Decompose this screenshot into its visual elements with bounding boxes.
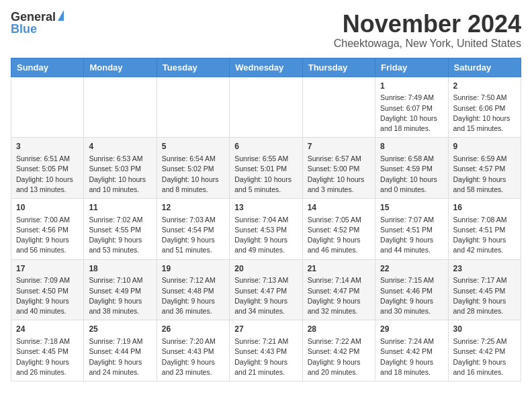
calendar-cell: 20Sunrise: 7:13 AM Sunset: 4:47 PM Dayli… [230, 259, 302, 320]
calendar-cell: 11Sunrise: 7:02 AM Sunset: 4:55 PM Dayli… [84, 198, 157, 259]
day-info: Sunrise: 6:51 AM Sunset: 5:05 PM Dayligh… [16, 154, 79, 195]
day-number: 1 [380, 81, 443, 92]
calendar-cell: 26Sunrise: 7:20 AM Sunset: 4:43 PM Dayli… [157, 320, 229, 381]
day-info: Sunrise: 7:09 AM Sunset: 4:50 PM Dayligh… [16, 275, 79, 316]
day-info: Sunrise: 7:07 AM Sunset: 4:51 PM Dayligh… [380, 215, 443, 256]
day-info: Sunrise: 7:08 AM Sunset: 4:51 PM Dayligh… [453, 215, 516, 256]
calendar-cell: 28Sunrise: 7:22 AM Sunset: 4:42 PM Dayli… [302, 320, 375, 381]
weekday-header-sunday: Sunday [11, 58, 84, 77]
day-number: 19 [162, 263, 224, 275]
weekday-header-thursday: Thursday [302, 58, 375, 77]
calendar-cell: 10Sunrise: 7:00 AM Sunset: 4:56 PM Dayli… [11, 198, 84, 259]
calendar-week-row: 3Sunrise: 6:51 AM Sunset: 5:05 PM Daylig… [11, 138, 521, 199]
day-info: Sunrise: 7:21 AM Sunset: 4:43 PM Dayligh… [234, 336, 297, 377]
calendar-cell: 5Sunrise: 6:54 AM Sunset: 5:02 PM Daylig… [157, 138, 229, 199]
day-number: 29 [380, 324, 443, 335]
day-info: Sunrise: 7:17 AM Sunset: 4:45 PM Dayligh… [453, 275, 516, 316]
day-info: Sunrise: 7:20 AM Sunset: 4:43 PM Dayligh… [162, 336, 224, 377]
day-info: Sunrise: 7:12 AM Sunset: 4:48 PM Dayligh… [162, 275, 224, 316]
day-number: 2 [453, 81, 516, 92]
calendar-cell: 15Sunrise: 7:07 AM Sunset: 4:51 PM Dayli… [375, 198, 448, 259]
day-info: Sunrise: 6:55 AM Sunset: 5:01 PM Dayligh… [234, 154, 297, 195]
day-number: 24 [16, 324, 79, 335]
calendar-cell [157, 77, 229, 138]
calendar-cell: 23Sunrise: 7:17 AM Sunset: 4:45 PM Dayli… [448, 259, 521, 320]
location-subtitle: Cheektowaga, New York, United States [334, 38, 521, 50]
calendar-cell: 19Sunrise: 7:12 AM Sunset: 4:48 PM Dayli… [157, 259, 229, 320]
calendar-cell: 4Sunrise: 6:53 AM Sunset: 5:03 PM Daylig… [84, 138, 157, 199]
day-number: 8 [380, 141, 443, 152]
day-info: Sunrise: 6:53 AM Sunset: 5:03 PM Dayligh… [89, 154, 151, 195]
day-number: 18 [89, 263, 151, 275]
day-number: 15 [380, 202, 443, 214]
calendar-cell: 22Sunrise: 7:15 AM Sunset: 4:46 PM Dayli… [375, 259, 448, 320]
day-info: Sunrise: 7:19 AM Sunset: 4:44 PM Dayligh… [89, 336, 151, 377]
day-info: Sunrise: 7:49 AM Sunset: 6:07 PM Dayligh… [380, 93, 443, 134]
calendar-cell: 16Sunrise: 7:08 AM Sunset: 4:51 PM Dayli… [448, 198, 521, 259]
calendar-cell: 14Sunrise: 7:05 AM Sunset: 4:52 PM Dayli… [302, 198, 375, 259]
day-number: 26 [162, 324, 224, 335]
calendar-cell: 27Sunrise: 7:21 AM Sunset: 4:43 PM Dayli… [230, 320, 302, 381]
day-number: 17 [16, 263, 79, 275]
day-number: 9 [453, 141, 516, 152]
day-number: 23 [453, 263, 516, 275]
day-number: 20 [234, 263, 297, 275]
day-number: 14 [308, 202, 370, 214]
calendar-cell: 7Sunrise: 6:57 AM Sunset: 5:00 PM Daylig… [302, 138, 375, 199]
weekday-header-wednesday: Wednesday [230, 58, 302, 77]
day-info: Sunrise: 6:58 AM Sunset: 4:59 PM Dayligh… [380, 154, 443, 195]
month-title: November 2024 [334, 11, 521, 38]
day-number: 5 [162, 141, 224, 152]
day-info: Sunrise: 7:22 AM Sunset: 4:42 PM Dayligh… [308, 336, 370, 377]
day-number: 22 [380, 263, 443, 275]
day-info: Sunrise: 7:02 AM Sunset: 4:55 PM Dayligh… [89, 215, 151, 256]
calendar-cell: 30Sunrise: 7:25 AM Sunset: 4:42 PM Dayli… [448, 320, 521, 381]
logo-text-blue: Blue [11, 23, 37, 35]
day-number: 27 [234, 324, 297, 335]
day-info: Sunrise: 7:05 AM Sunset: 4:52 PM Dayligh… [308, 215, 370, 256]
day-number: 7 [308, 141, 370, 152]
logo-text-general: General [11, 11, 56, 23]
calendar-cell: 12Sunrise: 7:03 AM Sunset: 4:54 PM Dayli… [157, 198, 229, 259]
calendar-cell: 21Sunrise: 7:14 AM Sunset: 4:47 PM Dayli… [302, 259, 375, 320]
calendar-cell: 1Sunrise: 7:49 AM Sunset: 6:07 PM Daylig… [375, 77, 448, 138]
calendar-cell: 6Sunrise: 6:55 AM Sunset: 5:01 PM Daylig… [230, 138, 302, 199]
calendar-cell: 2Sunrise: 7:50 AM Sunset: 6:06 PM Daylig… [448, 77, 521, 138]
calendar-week-row: 1Sunrise: 7:49 AM Sunset: 6:07 PM Daylig… [11, 77, 521, 138]
day-number: 11 [89, 202, 151, 214]
day-number: 12 [162, 202, 224, 214]
calendar-table: SundayMondayTuesdayWednesdayThursdayFrid… [11, 58, 521, 381]
day-info: Sunrise: 7:25 AM Sunset: 4:42 PM Dayligh… [453, 336, 516, 377]
weekday-header-saturday: Saturday [448, 58, 521, 77]
day-number: 3 [16, 141, 79, 152]
calendar-cell: 9Sunrise: 6:59 AM Sunset: 4:57 PM Daylig… [448, 138, 521, 199]
day-number: 21 [308, 263, 370, 275]
calendar-cell [230, 77, 302, 138]
weekday-header-row: SundayMondayTuesdayWednesdayThursdayFrid… [11, 58, 521, 77]
day-number: 16 [453, 202, 516, 214]
calendar-cell [11, 77, 84, 138]
calendar-cell [84, 77, 157, 138]
day-number: 10 [16, 202, 79, 214]
day-number: 28 [308, 324, 370, 335]
calendar-cell: 17Sunrise: 7:09 AM Sunset: 4:50 PM Dayli… [11, 259, 84, 320]
day-info: Sunrise: 7:03 AM Sunset: 4:54 PM Dayligh… [162, 215, 224, 256]
day-info: Sunrise: 7:18 AM Sunset: 4:45 PM Dayligh… [16, 336, 79, 377]
day-info: Sunrise: 7:00 AM Sunset: 4:56 PM Dayligh… [16, 215, 79, 256]
weekday-header-tuesday: Tuesday [157, 58, 229, 77]
calendar-cell: 25Sunrise: 7:19 AM Sunset: 4:44 PM Dayli… [84, 320, 157, 381]
calendar-week-row: 10Sunrise: 7:00 AM Sunset: 4:56 PM Dayli… [11, 198, 521, 259]
day-info: Sunrise: 7:50 AM Sunset: 6:06 PM Dayligh… [453, 93, 516, 134]
weekday-header-friday: Friday [375, 58, 448, 77]
calendar-cell: 13Sunrise: 7:04 AM Sunset: 4:53 PM Dayli… [230, 198, 302, 259]
calendar-cell: 8Sunrise: 6:58 AM Sunset: 4:59 PM Daylig… [375, 138, 448, 199]
logo: General Blue [11, 11, 64, 35]
day-info: Sunrise: 7:10 AM Sunset: 4:49 PM Dayligh… [89, 275, 151, 316]
calendar-cell: 18Sunrise: 7:10 AM Sunset: 4:49 PM Dayli… [84, 259, 157, 320]
day-info: Sunrise: 6:59 AM Sunset: 4:57 PM Dayligh… [453, 154, 516, 195]
calendar-cell: 3Sunrise: 6:51 AM Sunset: 5:05 PM Daylig… [11, 138, 84, 199]
logo-triangle-icon [58, 10, 64, 21]
day-info: Sunrise: 7:04 AM Sunset: 4:53 PM Dayligh… [234, 215, 297, 256]
day-info: Sunrise: 7:15 AM Sunset: 4:46 PM Dayligh… [380, 275, 443, 316]
weekday-header-monday: Monday [84, 58, 157, 77]
